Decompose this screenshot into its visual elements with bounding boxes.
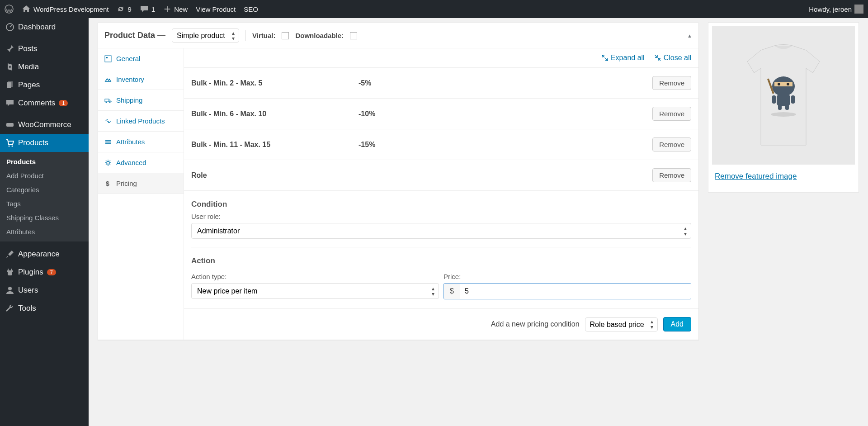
- product-type-select[interactable]: Simple product: [172, 28, 239, 43]
- sidebar-item-plugins[interactable]: Plugins 7: [0, 263, 89, 281]
- sidebar-item-users[interactable]: Users: [0, 281, 89, 299]
- featured-image[interactable]: [712, 26, 855, 165]
- sidebar-item-label: Appearance: [18, 250, 60, 259]
- product-data-header: Product Data — Simple product ▴▾ Virtual…: [98, 23, 698, 48]
- rule-value: -10%: [359, 110, 652, 118]
- plus-icon: [163, 5, 171, 13]
- submenu-item-products[interactable]: Products: [0, 155, 89, 169]
- svg-point-2: [9, 66, 11, 68]
- tab-attributes[interactable]: Attributes: [98, 132, 184, 152]
- action-type-label: Action type:: [191, 273, 432, 280]
- avatar: [854, 5, 863, 14]
- remove-button[interactable]: Remove: [652, 168, 691, 182]
- new-label: New: [174, 5, 188, 13]
- svg-point-8: [8, 287, 12, 290]
- close-all-link[interactable]: Close all: [655, 54, 691, 62]
- pricing-rule: Bulk - Min. 11 - Max. 15 -15% Remove: [184, 129, 698, 160]
- sidebar-item-label: Posts: [18, 44, 38, 53]
- price-input[interactable]: [460, 284, 691, 299]
- seo-menu[interactable]: SEO: [244, 5, 258, 13]
- sidebar-item-products[interactable]: Products: [0, 134, 89, 152]
- svg-text:$: $: [106, 180, 109, 187]
- sidebar-item-label: Tools: [18, 304, 36, 313]
- tab-inventory[interactable]: Inventory: [98, 69, 184, 90]
- collapse-toggle[interactable]: ▲: [687, 33, 692, 38]
- condition-heading: Condition: [191, 200, 691, 209]
- action-type-select[interactable]: New price per item: [191, 283, 439, 299]
- downloadable-label: Downloadable:: [295, 32, 344, 39]
- add-button[interactable]: Add: [663, 317, 691, 331]
- howdy-text: Howdy, jeroen: [809, 5, 852, 13]
- tab-linked-products[interactable]: Linked Products: [98, 111, 184, 132]
- tab-pricing[interactable]: $Pricing: [98, 173, 184, 194]
- view-product[interactable]: View Product: [196, 5, 236, 13]
- svg-rect-27: [791, 95, 795, 104]
- general-icon: [104, 55, 112, 62]
- svg-point-22: [787, 83, 789, 85]
- sidebar-item-dashboard[interactable]: Dashboard: [0, 18, 89, 36]
- tab-advanced[interactable]: Advanced: [98, 152, 184, 173]
- tab-general[interactable]: General: [98, 48, 184, 69]
- remove-featured-image-link[interactable]: Remove featured image: [712, 165, 855, 188]
- submenu-item-shipping-classes[interactable]: Shipping Classes: [0, 211, 89, 225]
- attributes-icon: [104, 138, 112, 146]
- sidebar-item-pages[interactable]: Pages: [0, 76, 89, 94]
- rule-title: Bulk - Min. 2 - Max. 5: [191, 79, 359, 87]
- sidebar-item-woocommerce[interactable]: WooCommerce: [0, 116, 89, 134]
- sidebar-item-posts[interactable]: Posts: [0, 40, 89, 58]
- site-title: WordPress Development: [33, 5, 108, 13]
- admin-bar: WordPress Development 9 1 New View Produ…: [0, 0, 868, 18]
- home-icon: [22, 5, 31, 14]
- submenu-item-add-product[interactable]: Add Product: [0, 169, 89, 183]
- updates[interactable]: 9: [117, 5, 131, 13]
- remove-button[interactable]: Remove: [652, 137, 691, 151]
- downloadable-checkbox[interactable]: [350, 32, 357, 39]
- shipping-icon: [104, 97, 112, 104]
- site-home[interactable]: WordPress Development: [22, 5, 108, 14]
- updates-count: 9: [127, 5, 131, 13]
- product-data-title: Product Data —: [104, 31, 165, 40]
- svg-rect-20: [774, 82, 793, 86]
- user-role-select[interactable]: Administrator: [191, 223, 691, 239]
- sidebar-item-label: Pages: [18, 80, 40, 90]
- remove-button[interactable]: Remove: [652, 107, 691, 121]
- sidebar-item-label: Plugins: [18, 268, 43, 277]
- submenu-item-categories[interactable]: Categories: [0, 183, 89, 197]
- condition-type-select[interactable]: Role based price: [585, 317, 658, 331]
- price-label: Price:: [443, 273, 684, 280]
- woo-icon: [5, 120, 14, 129]
- pages-icon: [5, 80, 14, 90]
- tab-shipping[interactable]: Shipping: [98, 90, 184, 111]
- sidebar-item-media[interactable]: Media: [0, 58, 89, 76]
- sidebar-item-label: Comments: [18, 99, 55, 108]
- pricing-icon: $: [104, 180, 112, 187]
- rule-title: Bulk - Min. 11 - Max. 15: [191, 141, 359, 149]
- comment-icon: [5, 99, 14, 108]
- comments-badge: 1: [59, 100, 68, 106]
- action-heading: Action: [191, 256, 691, 265]
- linked-icon: [104, 118, 112, 125]
- remove-button[interactable]: Remove: [652, 76, 691, 90]
- expand-all-link[interactable]: Expand all: [602, 54, 645, 62]
- pricing-rule: Bulk - Min. 2 - Max. 5 -5% Remove: [184, 68, 698, 99]
- plug-icon: [5, 268, 14, 277]
- virtual-checkbox[interactable]: [282, 32, 289, 39]
- sidebar-item-label: WooCommerce: [18, 120, 71, 129]
- add-condition-row: Add a new pricing condition Role based p…: [184, 308, 698, 340]
- sidebar-item-appearance[interactable]: Appearance: [0, 245, 89, 263]
- wp-logo[interactable]: [5, 5, 14, 14]
- new-content[interactable]: New: [163, 5, 188, 13]
- products-submenu: Products Add Product Categories Tags Shi…: [0, 152, 89, 241]
- wrench-icon: [5, 304, 14, 313]
- submenu-item-attributes[interactable]: Attributes: [0, 225, 89, 239]
- submenu-item-tags[interactable]: Tags: [0, 197, 89, 211]
- sidebar-item-comments[interactable]: Comments 1: [0, 94, 89, 112]
- svg-rect-5: [6, 123, 14, 127]
- sidebar-item-label: Products: [18, 138, 48, 147]
- svg-rect-10: [106, 57, 108, 58]
- sidebar-item-tools[interactable]: Tools: [0, 299, 89, 317]
- comments-bubble[interactable]: 1: [140, 5, 155, 14]
- pricing-rule-expanded: Role Remove: [184, 160, 698, 191]
- my-account[interactable]: Howdy, jeroen: [809, 5, 863, 14]
- svg-rect-16: [105, 143, 111, 144]
